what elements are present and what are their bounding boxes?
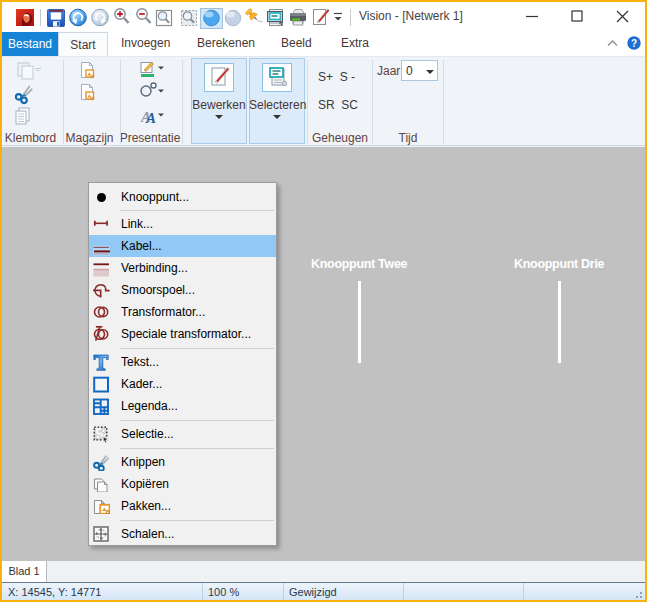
svg-text:?: ? — [631, 38, 637, 49]
svg-text:A: A — [145, 110, 156, 126]
